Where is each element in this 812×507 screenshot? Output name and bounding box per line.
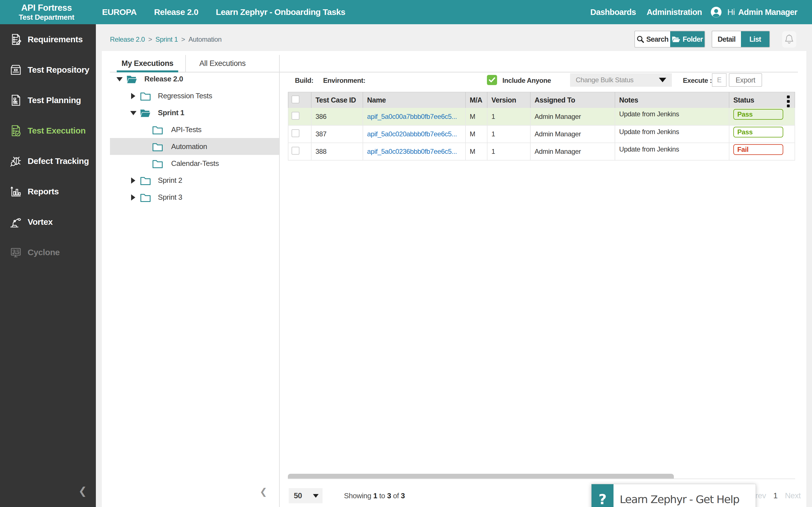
next-page-button[interactable]: Next [785,491,801,500]
execute-label: Execute : [683,76,712,84]
tab-all-executions[interactable]: All Executions [190,55,255,72]
cell-notes[interactable]: Update from Jenkins [615,143,729,160]
caret-right-icon[interactable] [131,93,135,99]
page-size-caret-icon [313,494,319,498]
tree-collapse-icon[interactable]: ❮ [260,486,267,497]
sidebar-item-test-execution[interactable]: Test Execution [0,115,96,146]
table-header-row: Test Case ID Name M/A Version Assigned T… [288,92,795,108]
sidebar-item-test-planning[interactable]: Test Planning [0,85,96,115]
showing-prefix: Showing [344,492,371,500]
row-checkbox[interactable] [292,129,299,137]
sidebar-item-vortex[interactable]: Vortex [0,207,96,237]
pagination: Prev 1 Next [750,488,801,503]
breadcrumb-current: Automation [188,36,221,43]
status-badge[interactable]: Pass [733,109,783,120]
caret-right-icon[interactable] [131,194,135,201]
cell-notes[interactable]: Update from Jenkins [615,108,729,125]
kebab-dot [787,100,790,103]
tab-my-executions[interactable]: My Executions [116,55,179,72]
status-badge[interactable]: Pass [733,127,783,137]
tree-node-sprint-2[interactable]: Sprint 2 [110,172,279,189]
col-version[interactable]: Version [487,92,530,108]
sidebar-item-cyclone[interactable]: Cyclone [0,237,96,268]
select-caret-icon [659,78,666,82]
hscrollbar-thumb[interactable] [288,474,674,478]
tree-node-sprint-3[interactable]: Sprint 3 [110,189,279,206]
user-avatar-icon[interactable] [711,6,722,18]
current-page[interactable]: 1 [773,491,777,500]
sidebar-item-reports[interactable]: Reports [0,176,96,207]
search-button[interactable]: Search [635,31,670,47]
showing-total: 3 [401,492,405,500]
cell-notes[interactable]: Update from Jenkins [615,125,729,143]
folder-button[interactable]: Folder [670,31,705,47]
notifications-button[interactable] [782,31,796,48]
col-assigned-to[interactable]: Assigned To [530,92,615,108]
pane-divider[interactable] [279,55,280,507]
tree-node-regression-tests[interactable]: Regression Tests [110,87,279,104]
tree-node-label: Regression Tests [158,92,212,100]
change-bulk-status-select[interactable]: Change Bulk Status [570,73,672,87]
cell-version: 1 [487,125,530,143]
tree-node-api-tests[interactable]: API-Tests [110,121,279,138]
sidebar-collapse-icon[interactable]: ❮ [79,485,87,497]
caret-down-icon[interactable] [116,77,123,81]
cell-ma: M [465,143,487,160]
nav-administration[interactable]: Administration [647,8,702,17]
caret-down-icon[interactable] [130,111,137,115]
cell-status: Fail [729,143,795,160]
sidebar-item-requirements[interactable]: Requirements [0,24,96,55]
cell-status: Pass [729,125,795,143]
breadcrumb-link-release[interactable]: Release 2.0 [110,36,145,43]
tree-node-label: API-Tests [171,125,202,134]
page-size-select[interactable]: 50 [289,488,322,503]
select-all-checkbox[interactable] [292,96,299,103]
app-logo[interactable]: API Fortress Test Department [0,3,93,21]
header-nav-item-0[interactable]: EUROPA [102,7,137,17]
sidebar-item-label: Test Repository [28,65,89,75]
test-case-link[interactable]: apif_5a0c00a7bbb0fb7ee6c5... [367,113,457,120]
page-size-value: 50 [294,492,302,500]
tree-node-sprint-1[interactable]: Sprint 1 [110,104,279,121]
col-ma[interactable]: M/A [465,92,487,108]
test-case-link[interactable]: apif_5a0c0236bbb0fb7ee6c5... [367,148,457,155]
search-icon [637,36,644,43]
col-test-case-id[interactable]: Test Case ID [311,92,363,108]
header-nav-item-2[interactable]: Learn Zephyr - Onboarding Tasks [216,7,345,17]
select-all-cell [288,92,311,108]
tree-node-automation[interactable]: Automation [110,138,279,155]
tree-node-release-2-0[interactable]: Release 2.0 [110,70,279,87]
row-checkbox[interactable] [292,112,299,120]
col-name[interactable]: Name [363,92,465,108]
table-row-387: 387apif_5a0c020abbb0fb7ee6c5...M1Admin M… [288,125,795,143]
status-badge[interactable]: Fail [733,144,783,155]
detail-toggle-button[interactable]: Detail [712,31,741,47]
col-notes[interactable]: Notes [615,92,729,108]
sidebar-item-defect-tracking[interactable]: Defect Tracking [0,146,96,176]
showing-of-word: of [393,492,399,500]
list-toggle-button[interactable]: List [741,31,769,47]
sidebar-item-test-repository[interactable]: Test Repository [0,55,96,85]
help-question-icon: ? [592,484,613,507]
executions-table: Test Case ID Name M/A Version Assigned T… [288,92,795,161]
test-case-link[interactable]: apif_5a0c020abbb0fb7ee6c5... [367,130,457,138]
export-button[interactable]: Export [729,73,762,87]
detail-list-group: Detail List [712,31,770,48]
execute-input[interactable]: E [712,73,726,87]
cell-test-case-id: 387 [311,125,363,143]
header-nav-item-1[interactable]: Release 2.0 [154,7,199,17]
change-bulk-status-value: Change Bulk Status [576,76,633,84]
folder-closed-icon [140,193,151,202]
help-widget[interactable]: ? Learn Zephyr - Get Help [591,484,756,507]
row-checkbox[interactable] [292,147,299,155]
column-menu-icon[interactable] [787,96,790,109]
sidebar-item-label: Defect Tracking [28,156,89,166]
tree-node-calendar-tests[interactable]: Calendar-Tests [110,155,279,172]
caret-right-icon[interactable] [131,177,135,184]
include-anyone-checkbox[interactable] [487,75,497,85]
breadcrumb-link-sprint[interactable]: Sprint 1 [155,36,178,43]
nav-dashboards[interactable]: Dashboards [591,8,636,17]
tree-node-label: Sprint 3 [158,193,182,202]
col-status[interactable]: Status [729,92,795,108]
user-name[interactable]: Admin Manager [738,8,797,17]
